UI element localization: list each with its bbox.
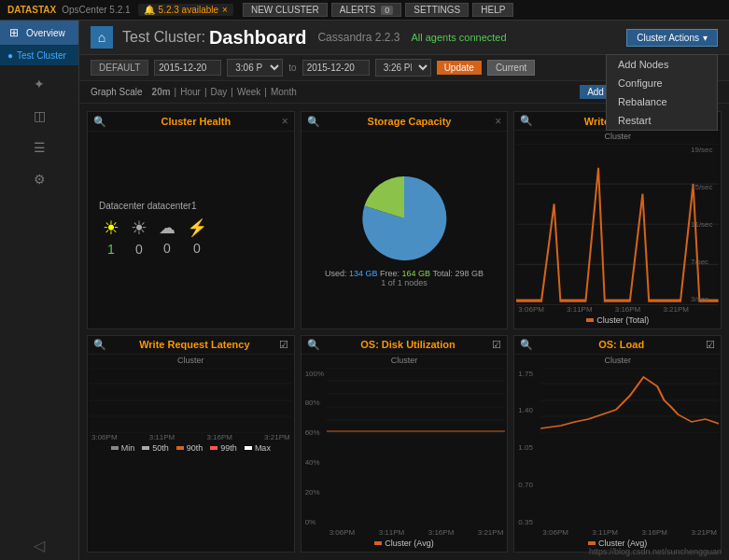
cluster-prefix: Test Cluster: [122,29,205,46]
sidebar-collapse-button[interactable]: ◁ [0,531,78,560]
write-latency-body: 3:06PM 3:11PM 3:16PM 3:21PM Min 50th 90t… [88,366,294,553]
alerts-badge: 0 [381,6,393,15]
total-value: 298 GB [455,269,484,278]
zoom-disk-icon[interactable]: 🔍 [307,339,320,351]
scale-day[interactable]: Day [211,87,228,97]
sun1-count: 1 [107,242,115,257]
storage-capacity-header: 🔍 Storage Capacity × [301,112,508,132]
used-value: 134 GB [349,269,378,278]
health-cloud: ☁ 0 [159,217,175,256]
svg-rect-12 [327,368,505,433]
dashboard-grid: 🔍 Cluster Health × Datacenter datacenter… [79,104,729,560]
used-label: Used: [325,269,347,278]
cluster-health-close[interactable]: × [282,115,288,128]
write-latency-check[interactable]: ☑ [279,339,288,351]
total-label: Total: [432,269,453,278]
cluster-total-dot [586,318,594,322]
sidebar-item-cluster[interactable]: ● Test Cluster [0,46,78,65]
date-to-input[interactable] [302,60,370,76]
configure-item[interactable]: Configure [607,74,717,92]
scale-20m[interactable]: 20m [152,87,171,97]
version-alert[interactable]: 🔔 5.2.3 available × [138,4,233,16]
cluster-health-widget: 🔍 Cluster Health × Datacenter datacenter… [87,111,295,329]
disk-utilization-subtitle: Cluster [301,355,508,366]
write-requests-legend: Cluster (Total) [516,314,719,327]
settings-sidebar-icon[interactable]: ⚙ [30,168,49,190]
bolt-icon: ⚡ [187,217,207,238]
disk-util-chart [327,368,505,433]
new-cluster-button[interactable]: NEW CLUSTER [243,3,328,17]
agents-status: All agents connected [411,32,506,43]
y-label-3: 7/sec [691,258,717,266]
os-load-subtitle: Cluster [514,355,721,366]
y-label-4: 3/sec [691,295,717,303]
settings-button[interactable]: SETTINGS [405,3,469,17]
nodes-info: 1 of 1 nodes [381,278,428,287]
y-label-1: 15/sec [691,183,717,191]
disk-utilization-check[interactable]: ☑ [492,339,501,351]
cloud-icon: ☁ [159,217,175,238]
add-icon[interactable]: ✦ [30,73,49,95]
default-button[interactable]: DEFAULT [91,60,148,76]
zoom-load-icon[interactable]: 🔍 [520,339,533,351]
time-from-select[interactable]: 3:06 PM [227,59,283,77]
restart-item[interactable]: Restart [607,111,717,130]
storage-capacity-widget: 🔍 Storage Capacity × [301,111,509,329]
disk-x-labels: 3:06PM3:11PM3:16PM3:21PM [303,528,506,537]
cluster-health-title: Cluster Health [110,116,282,127]
scale-week[interactable]: Week [237,87,260,97]
sun1-icon: ☀ [103,217,119,239]
storage-capacity-close[interactable]: × [495,115,501,128]
cluster-actions-dropdown: Add Nodes Configure Rebalance Restart [606,54,718,131]
topbar: DATASTAX OpsCenter 5.2.1 🔔 5.2.3 availab… [0,0,729,21]
os-load-check[interactable]: ☑ [706,339,715,351]
disk-utilization-widget: 🔍 OS: Disk Utilization ☑ Cluster 100%80%… [301,335,509,553]
grid-icon[interactable]: ◫ [30,105,49,127]
product-version: OpsCenter 5.2.1 [62,5,130,15]
rebalance-item[interactable]: Rebalance [607,92,717,111]
time-to-select[interactable]: 3:26 PM [375,59,431,77]
cluster-actions-button[interactable]: Cluster Actions ▾ [626,29,718,47]
alert-close[interactable]: × [222,5,228,15]
zoom-health-icon[interactable]: 🔍 [93,116,106,128]
cassandra-version: Cassandra 2.2.3 [317,31,400,44]
update-button[interactable]: Update [437,61,482,75]
home-button[interactable]: ⌂ [91,26,113,49]
write-latency-legend: Min 50th 90th 99th Max [90,441,292,455]
sidebar: ⊞ Overview ● Test Cluster ✦ ◫ ☰ ⚙ ◁ [0,21,79,560]
page-header: ⌂ Test Cluster: Dashboard Cassandra 2.2.… [79,21,729,55]
health-bolt: ⚡ 0 [187,217,207,256]
cluster-health-header: 🔍 Cluster Health × [88,112,294,132]
scale-hour[interactable]: Hour [180,87,201,97]
datastax-logo: DATASTAX [7,5,56,15]
health-icons-row: ☀ 1 ☀ 0 ☁ 0 ⚡ 0 [95,213,215,260]
zoom-latency-icon[interactable]: 🔍 [93,339,106,351]
scale-month[interactable]: Month [271,87,297,97]
cluster-health-body: Datacenter datacenter1 ☀ 1 ☀ 0 ☁ 0 [88,132,294,329]
cluster-total-legend: Cluster (Total) [586,315,649,325]
sidebar-item-overview[interactable]: ⊞ Overview [0,21,78,46]
home-icon: ⌂ [98,30,105,45]
free-value: 164 GB [402,269,431,278]
current-button[interactable]: Current [487,60,535,76]
write-latency-title: Write Request Latency [110,339,279,350]
bell-icon: 🔔 [144,5,155,15]
y-label-2: 11/sec [691,220,717,229]
add-nodes-item[interactable]: Add Nodes [607,55,717,74]
zoom-write-icon[interactable]: 🔍 [520,115,533,127]
health-sun1: ☀ 1 [103,217,119,257]
os-load-widget: 🔍 OS: Load ☑ Cluster 1.751.401.050.700.3… [513,335,722,553]
y-label-0: 19/sec [691,146,717,154]
cluster-label: Test Cluster [17,50,66,61]
free-label: Free: [380,269,400,278]
zoom-storage-icon[interactable]: 🔍 [307,116,320,128]
help-button[interactable]: HELP [472,3,513,17]
write-latency-chart [90,368,292,433]
storage-capacity-title: Storage Capacity [324,116,496,127]
to-label: to [288,63,296,73]
write-requests-body: 19/sec 15/sec 11/sec 7/sec 3/sec [514,142,721,329]
cluster-actions-label: Cluster Actions [637,33,699,43]
alerts-button[interactable]: ALERTS 0 [331,3,402,17]
date-from-input[interactable] [154,60,221,76]
list-icon[interactable]: ☰ [30,136,49,159]
